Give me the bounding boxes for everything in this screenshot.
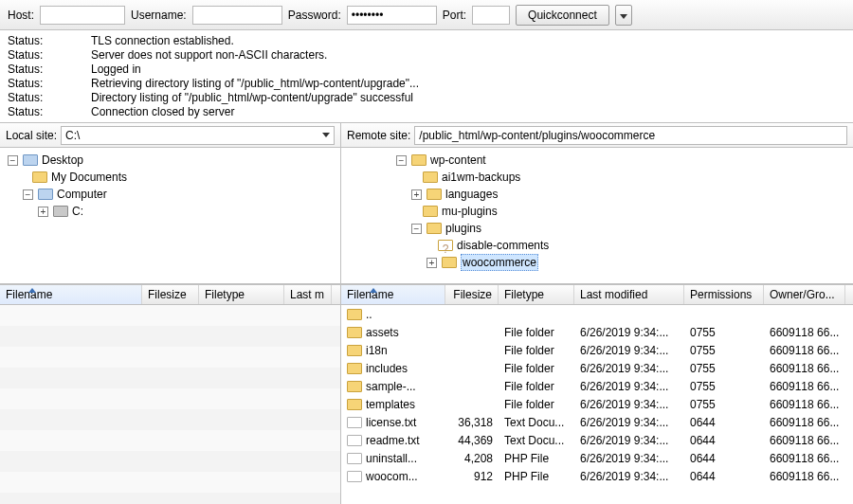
tree-item-computer[interactable]: Computer [57, 186, 107, 203]
log-label: Status: [8, 34, 53, 48]
log-label: Status: [8, 105, 53, 119]
tree-item-desktop[interactable]: Desktop [42, 152, 83, 169]
password-input[interactable] [347, 6, 437, 25]
col-filesize[interactable]: Filesize [142, 285, 199, 304]
col-lastmod[interactable]: Last m [284, 285, 332, 304]
file-name: license.txt [366, 416, 416, 429]
log-row: Status:TLS connection established. [8, 34, 845, 48]
file-permissions: 0755 [684, 362, 764, 375]
folder-icon [426, 223, 442, 234]
log-label: Status: [8, 91, 53, 105]
remote-column-headers: Filename Filesize Filetype Last modified… [341, 284, 853, 305]
remote-path-input[interactable] [414, 126, 847, 145]
status-log: Status:TLS connection established.Status… [0, 30, 853, 123]
username-label: Username: [131, 9, 187, 22]
folder-icon [347, 363, 362, 374]
folder-icon [32, 171, 47, 183]
local-pane: Local site: C:\ −Desktop My Documents −C… [0, 123, 341, 283]
remote-pane: Remote site: −wp-content ai1wm-backups +… [341, 123, 853, 283]
local-site-label: Local site: [6, 129, 57, 142]
local-column-headers: Filename Filesize Filetype Last m [0, 284, 340, 305]
folder-icon [442, 257, 457, 268]
file-name: .. [366, 308, 372, 321]
file-owner: 6609118 66... [764, 434, 845, 447]
col-filename[interactable]: Filename [0, 285, 142, 304]
file-owner: 6609118 66... [764, 344, 845, 357]
drive-icon [53, 206, 68, 217]
collapse-icon[interactable]: − [8, 155, 18, 166]
col-filename[interactable]: Filename [341, 285, 445, 304]
collapse-icon[interactable]: − [396, 155, 407, 166]
tree-item-languages[interactable]: languages [445, 186, 498, 203]
expand-icon[interactable]: + [411, 189, 422, 200]
file-permissions: 0755 [684, 380, 764, 393]
remote-tree[interactable]: −wp-content ai1wm-backups +languages mu-… [341, 148, 853, 283]
file-modified: 6/26/2019 9:34:... [574, 452, 684, 465]
tree-item-disable[interactable]: disable-comments [457, 237, 549, 254]
tree-item-mu[interactable]: mu-plugins [442, 203, 498, 220]
file-row[interactable]: woocom...912PHP File6/26/2019 9:34:...06… [341, 467, 853, 485]
col-filetype[interactable]: Filetype [199, 285, 284, 304]
tree-item-docs[interactable]: My Documents [51, 169, 127, 186]
chevron-down-icon [620, 14, 627, 19]
file-row[interactable]: uninstall...4,208PHP File6/26/2019 9:34:… [341, 449, 853, 467]
tree-item-c[interactable]: C: [72, 203, 83, 220]
sort-asc-icon [370, 288, 377, 293]
file-type: PHP File [499, 470, 574, 483]
file-name: includes [366, 362, 408, 375]
file-size: 912 [445, 470, 499, 483]
quickconnect-dropdown-button[interactable] [615, 5, 632, 26]
file-row[interactable]: readme.txt44,369Text Docu...6/26/2019 9:… [341, 431, 853, 449]
quickconnect-button[interactable]: Quickconnect [516, 5, 609, 26]
file-owner: 6609118 66... [764, 416, 845, 429]
file-owner: 6609118 66... [764, 470, 845, 483]
folder-icon [347, 399, 362, 410]
file-name: readme.txt [366, 434, 420, 447]
collapse-icon[interactable]: − [23, 189, 33, 200]
desktop-icon [23, 154, 38, 166]
file-row[interactable]: templatesFile folder6/26/2019 9:34:...07… [341, 395, 853, 413]
file-row[interactable]: license.txt36,318Text Docu...6/26/2019 9… [341, 413, 853, 431]
file-row-up[interactable]: .. [341, 305, 853, 323]
file-owner: 6609118 66... [764, 452, 845, 465]
file-owner: 6609118 66... [764, 326, 845, 339]
file-row[interactable]: sample-...File folder6/26/2019 9:34:...0… [341, 377, 853, 395]
file-row[interactable]: includesFile folder6/26/2019 9:34:...075… [341, 359, 853, 377]
col-lastmod[interactable]: Last modified [574, 285, 684, 304]
log-message: Directory listing of "/public_html/wp-co… [91, 91, 413, 105]
file-size: 44,369 [445, 434, 499, 447]
folder-icon [423, 206, 438, 217]
host-label: Host: [8, 9, 34, 22]
col-owner[interactable]: Owner/Gro... [764, 285, 845, 304]
local-tree[interactable]: −Desktop My Documents −Computer +C: [0, 148, 340, 283]
file-modified: 6/26/2019 9:34:... [574, 326, 684, 339]
col-filetype[interactable]: Filetype [499, 285, 574, 304]
username-input[interactable] [192, 6, 282, 25]
log-message: Logged in [91, 63, 141, 77]
expand-icon[interactable]: + [38, 207, 48, 217]
tree-item-plugins[interactable]: plugins [445, 220, 481, 237]
file-modified: 6/26/2019 9:34:... [574, 434, 684, 447]
log-message: Connection closed by server [91, 105, 234, 119]
port-input[interactable] [472, 6, 510, 25]
host-input[interactable] [40, 6, 125, 25]
chevron-down-icon [322, 133, 330, 137]
tree-item-wpcontent[interactable]: wp-content [430, 152, 486, 169]
col-permissions[interactable]: Permissions [684, 285, 764, 304]
local-path-combobox[interactable]: C:\ [61, 126, 335, 145]
remote-file-list[interactable]: ..assetsFile folder6/26/2019 9:34:...075… [341, 305, 853, 504]
expand-icon[interactable]: + [426, 258, 437, 268]
password-label: Password: [288, 9, 341, 22]
local-file-list[interactable] [0, 305, 340, 504]
file-permissions: 0755 [684, 398, 764, 411]
file-row[interactable]: assetsFile folder6/26/2019 9:34:...07556… [341, 323, 853, 341]
file-row[interactable]: i18nFile folder6/26/2019 9:34:...0755660… [341, 341, 853, 359]
unknown-icon: ? [438, 240, 453, 251]
folder-icon [423, 171, 438, 183]
tree-item-ai1wm[interactable]: ai1wm-backups [442, 169, 520, 186]
col-filesize[interactable]: Filesize [445, 285, 499, 304]
file-owner: 6609118 66... [764, 362, 845, 375]
collapse-icon[interactable]: − [411, 224, 422, 234]
folder-icon [347, 381, 362, 392]
tree-item-woocommerce[interactable]: woocommerce [461, 254, 538, 271]
